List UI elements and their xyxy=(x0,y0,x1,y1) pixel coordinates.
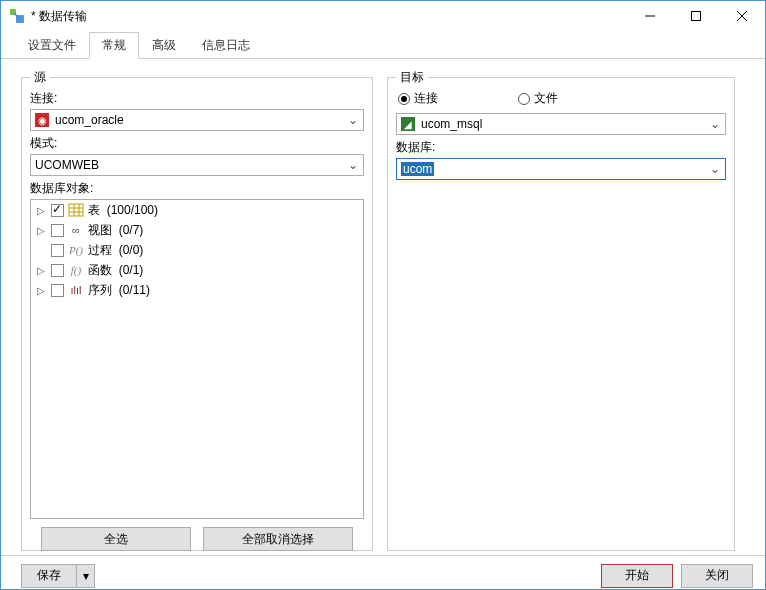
footer: 保存 ▾ 开始 关闭 xyxy=(1,555,765,590)
tab-general[interactable]: 常规 xyxy=(89,32,139,59)
target-database-value: ucom xyxy=(401,162,434,176)
expand-icon[interactable]: ▷ xyxy=(35,285,47,296)
radio-icon xyxy=(518,93,530,105)
tab-profile[interactable]: 设置文件 xyxy=(15,32,89,59)
deselect-all-button[interactable]: 全部取消选择 xyxy=(203,527,353,551)
close-dialog-button[interactable]: 关闭 xyxy=(681,564,753,588)
source-schema-combo[interactable]: UCOMWEB ⌄ xyxy=(30,154,364,176)
close-button[interactable] xyxy=(719,1,765,31)
tree-node-functions[interactable]: ▷ f() 函数 (0/1) xyxy=(31,260,363,280)
expand-icon[interactable] xyxy=(35,245,47,256)
start-button[interactable]: 开始 xyxy=(601,564,673,588)
source-schema-value: UCOMWEB xyxy=(35,158,99,172)
checkbox[interactable] xyxy=(51,284,64,297)
target-mode-connection[interactable]: 连接 xyxy=(398,90,438,107)
target-database-label: 数据库: xyxy=(396,139,726,156)
maximize-button[interactable] xyxy=(673,1,719,31)
tree-node-label: 函数 xyxy=(88,262,112,279)
chevron-down-icon: ▾ xyxy=(83,569,89,583)
tab-advanced[interactable]: 高级 xyxy=(139,32,189,59)
table-icon xyxy=(68,203,84,217)
window-title: * 数据传输 xyxy=(31,8,87,25)
svg-rect-3 xyxy=(692,12,701,21)
source-connection-value: ucom_oracle xyxy=(55,113,124,127)
tree-node-count: (0/0) xyxy=(119,243,144,257)
expand-icon[interactable]: ▷ xyxy=(35,265,47,276)
target-group-title: 目标 xyxy=(396,69,428,86)
checkbox[interactable] xyxy=(51,264,64,277)
expand-icon[interactable]: ▷ xyxy=(35,205,47,216)
chevron-down-icon: ⌄ xyxy=(343,113,363,127)
tree-node-tables[interactable]: ▷ 表 (100/100) xyxy=(31,200,363,220)
tree-node-sequences[interactable]: ▷ ılıl 序列 (0/11) xyxy=(31,280,363,300)
tree-node-count: (0/7) xyxy=(119,223,144,237)
radio-label: 连接 xyxy=(414,90,438,107)
function-icon: f() xyxy=(68,263,84,277)
target-connection-value: ucom_msql xyxy=(421,117,482,131)
checkbox[interactable] xyxy=(51,204,64,217)
save-dropdown-button[interactable]: ▾ xyxy=(77,564,95,588)
svg-rect-6 xyxy=(69,204,83,216)
source-group-title: 源 xyxy=(30,69,50,86)
source-schema-label: 模式: xyxy=(30,135,364,152)
target-connection-combo[interactable]: ◢ ucom_msql ⌄ xyxy=(396,113,726,135)
tree-node-label: 序列 xyxy=(88,282,112,299)
tree-node-count: (100/100) xyxy=(107,203,158,217)
source-connection-combo[interactable]: ◉ ucom_oracle ⌄ xyxy=(30,109,364,131)
oracle-icon: ◉ xyxy=(35,113,49,127)
target-group: 目标 连接 文件 ◢ ucom_msql ⌄ 数据库: ucom ⌄ xyxy=(387,77,735,551)
select-all-button[interactable]: 全选 xyxy=(41,527,191,551)
tree-node-procedures[interactable]: P() 过程 (0/0) xyxy=(31,240,363,260)
app-icon xyxy=(9,8,25,24)
minimize-button[interactable] xyxy=(627,1,673,31)
target-mode-file[interactable]: 文件 xyxy=(518,90,558,107)
tree-node-label: 表 xyxy=(88,202,100,219)
checkbox[interactable] xyxy=(51,244,64,257)
target-database-combo[interactable]: ucom ⌄ xyxy=(396,158,726,180)
chevron-down-icon: ⌄ xyxy=(705,162,725,176)
tab-log[interactable]: 信息日志 xyxy=(189,32,263,59)
mssql-icon: ◢ xyxy=(401,117,415,131)
title-bar: * 数据传输 xyxy=(1,1,765,31)
sequence-icon: ılıl xyxy=(68,283,84,297)
source-connection-label: 连接: xyxy=(30,90,364,107)
save-button[interactable]: 保存 xyxy=(21,564,77,588)
checkbox[interactable] xyxy=(51,224,64,237)
procedure-icon: P() xyxy=(68,243,84,257)
chevron-down-icon: ⌄ xyxy=(343,158,363,172)
tree-node-views[interactable]: ▷ ∞ 视图 (0/7) xyxy=(31,220,363,240)
source-objects-label: 数据库对象: xyxy=(30,180,364,197)
tree-node-count: (0/11) xyxy=(119,283,150,297)
view-icon: ∞ xyxy=(68,223,84,237)
tabs: 设置文件 常规 高级 信息日志 xyxy=(1,31,765,59)
expand-icon[interactable]: ▷ xyxy=(35,225,47,236)
radio-icon xyxy=(398,93,410,105)
tree-node-count: (0/1) xyxy=(119,263,144,277)
tree-node-label: 过程 xyxy=(88,242,112,259)
chevron-down-icon: ⌄ xyxy=(705,117,725,131)
source-group: 源 连接: ◉ ucom_oracle ⌄ 模式: UCOMWEB ⌄ 数据库对… xyxy=(21,77,373,551)
radio-label: 文件 xyxy=(534,90,558,107)
tree-node-label: 视图 xyxy=(88,222,112,239)
objects-tree[interactable]: ▷ 表 (100/100) ▷ ∞ 视图 (0/7) P() 过程 xyxy=(30,199,364,519)
